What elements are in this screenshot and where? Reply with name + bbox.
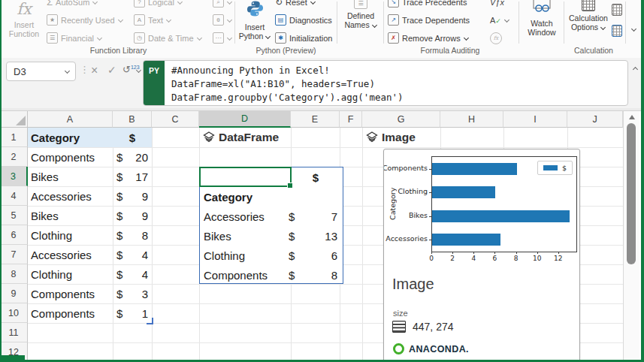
cell-B7[interactable]: $4 — [113, 245, 152, 264]
y-tick-label: Components — [383, 164, 428, 172]
formula-input[interactable]: PY #Announcing Python in Excel! DataFram… — [143, 60, 628, 106]
scroll-up-arrow-icon[interactable] — [629, 115, 635, 119]
formula-bar-separator — [0, 108, 644, 111]
financial-button[interactable]: ☰ Financial — [47, 30, 102, 46]
enter-icon[interactable]: ✓ — [107, 64, 116, 76]
row-header-9[interactable]: 9 — [0, 284, 28, 303]
cell-B1[interactable]: $ — [113, 128, 152, 147]
fill-handle[interactable] — [287, 183, 293, 189]
recently-used-button[interactable]: ★ Recently Used — [47, 12, 123, 28]
row-header-1[interactable]: 1 — [0, 128, 28, 147]
cell-B2[interactable]: $20 — [113, 147, 152, 167]
cell-B5[interactable]: $9 — [113, 206, 152, 225]
anaconda-ring-icon — [393, 343, 404, 354]
row-header-8[interactable]: 8 — [0, 264, 28, 284]
cell-A3[interactable]: Bikes — [28, 167, 113, 186]
cell-B8[interactable]: $4 — [113, 264, 152, 284]
cell-A9[interactable]: Components — [28, 284, 113, 303]
row-header-3-selected[interactable]: 3 — [0, 167, 28, 186]
column-header-j[interactable]: J — [567, 111, 623, 128]
calculate-sheet-icon — [612, 25, 622, 37]
vertical-scrollbar[interactable] — [623, 111, 639, 362]
row-header-11[interactable]: 11 — [0, 323, 28, 342]
lookup-reference-icon-button[interactable]: ⌕ — [213, 0, 232, 10]
autosum-button[interactable]: Σ AutoSum — [47, 0, 98, 10]
function-library-group-label: Function Library — [45, 46, 192, 55]
calculation-options-icon — [582, 0, 595, 11]
bar-components — [432, 163, 517, 175]
calculation-options-button[interactable]: Calculation Options — [567, 0, 610, 45]
collapse-formula-bar-icon[interactable] — [633, 67, 638, 71]
calculate-now-button[interactable] — [612, 2, 622, 17]
column-header-a[interactable]: A — [28, 111, 113, 128]
chevron-down-icon[interactable] — [136, 68, 141, 73]
evaluate-formula-button[interactable]: fx — [490, 30, 502, 46]
date-time-button[interactable]: ◷ Date & Time — [134, 30, 202, 46]
text-icon: A — [134, 14, 145, 26]
column-header-g[interactable]: G — [362, 111, 440, 128]
initialization-button[interactable]: ✱ Initialization — [275, 30, 332, 46]
cell-B9[interactable]: $3 — [113, 284, 152, 303]
row-header-6[interactable]: 6 — [0, 225, 28, 245]
math-trig-icon-button[interactable]: θ — [213, 12, 232, 28]
row-header-2[interactable]: 2 — [0, 147, 28, 167]
defined-names-button[interactable]: ☰ Defined Names — [340, 0, 382, 45]
cell-A6[interactable]: Clothing — [28, 225, 113, 245]
insert-python-button[interactable]: Insert Python — [237, 0, 272, 45]
logical-button[interactable]: ? Logical — [134, 0, 183, 10]
df-col-header: $ — [289, 171, 343, 184]
row-header-4[interactable]: 4 — [0, 186, 28, 206]
scrollbar-thumb[interactable] — [627, 123, 636, 264]
name-box[interactable]: D3 — [6, 62, 76, 81]
watch-window-button[interactable]: Watch Window — [522, 0, 562, 45]
drag-handle-icon[interactable]: ⋮ — [80, 64, 89, 75]
column-header-h[interactable]: H — [440, 111, 503, 128]
insert-function-button[interactable]: fx Insert Function — [5, 0, 44, 45]
formula-code[interactable]: #Announcing Python in Excel! DataFrame=x… — [165, 61, 404, 105]
diagnostics-button[interactable]: ▤ Diagnostics — [275, 12, 332, 28]
collapse-ribbon-icon[interactable] — [631, 27, 636, 32]
cancel-icon[interactable]: × — [91, 64, 98, 77]
column-header-e[interactable]: E — [291, 111, 340, 128]
cell-A4[interactable]: Accessories — [28, 186, 113, 206]
cell-B3[interactable]: $17 — [113, 167, 152, 186]
error-checking-button[interactable]: A✓ — [490, 12, 509, 28]
text-button[interactable]: A Text — [134, 12, 171, 28]
cell-A5[interactable]: Bikes — [28, 206, 113, 225]
image-card[interactable]: Category ComponentsClothingBikesAccessor… — [383, 149, 580, 362]
dataframe-card[interactable]: $ Category Accessories$7 Bikes$13 Clothi… — [199, 167, 343, 284]
selected-cell-d3[interactable] — [199, 167, 292, 187]
column-header-f[interactable]: F — [340, 111, 362, 128]
select-all-corner[interactable] — [0, 111, 28, 128]
column-header-c[interactable]: C — [152, 111, 199, 128]
show-formulas-button[interactable]: Vƒx — [490, 0, 504, 10]
cell-B4[interactable]: $9 — [113, 186, 152, 206]
row-header-5[interactable]: 5 — [0, 206, 28, 225]
cell-A8[interactable]: Clothing — [28, 264, 113, 284]
cell-A1[interactable]: Category — [28, 128, 113, 147]
cell-A7[interactable]: Accessories — [28, 245, 113, 264]
watch-window-label-1: Watch — [531, 19, 552, 28]
row-header-10[interactable]: 10 — [0, 303, 28, 323]
range-corner-marker — [147, 318, 153, 324]
math-trig-icon: θ — [213, 14, 224, 26]
cell-A2[interactable]: Components — [28, 147, 113, 167]
group-separator — [337, 2, 337, 44]
remove-arrows-button[interactable]: ✗ Remove Arrows — [388, 30, 469, 46]
x-tick-label: 0 — [425, 255, 437, 262]
more-functions-icon-button[interactable]: ⋯ — [213, 30, 232, 46]
reset-button[interactable]: ↻ Reset — [275, 0, 316, 10]
size-field: 447, 274 — [392, 321, 454, 333]
cell-A10[interactable]: Components — [28, 303, 113, 323]
column-header-d-selected[interactable]: D — [199, 111, 291, 128]
formula-auditing-group-label: Formula Auditing — [383, 46, 517, 55]
column-header-i[interactable]: I — [503, 111, 567, 128]
chevron-down-icon — [118, 18, 123, 23]
remove-arrows-icon: ✗ — [388, 32, 399, 44]
row-header-7[interactable]: 7 — [0, 245, 28, 264]
column-header-b[interactable]: B — [113, 111, 152, 128]
calculate-sheet-button[interactable] — [612, 23, 622, 38]
trace-dependents-button[interactable]: ↗ Trace Dependents — [388, 12, 470, 28]
trace-precedents-button[interactable]: ↘ Trace Precedents — [388, 0, 467, 10]
cell-B6[interactable]: $8 — [113, 225, 152, 245]
